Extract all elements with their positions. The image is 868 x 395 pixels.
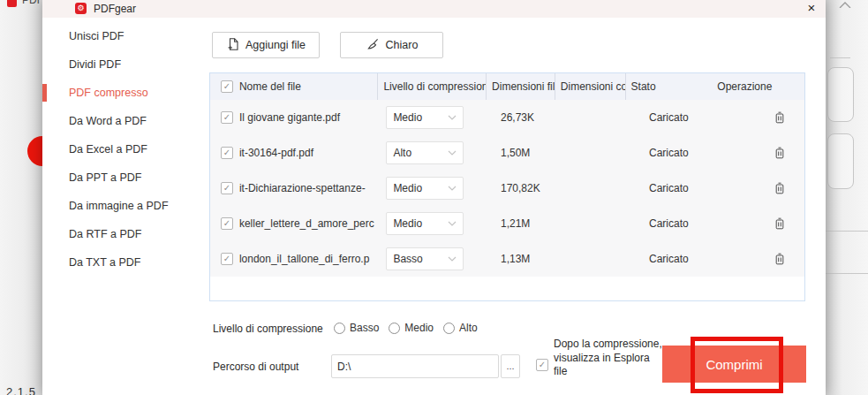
header-status: Stato <box>626 73 713 100</box>
compression-level-select[interactable]: Medio <box>386 212 464 235</box>
radio-label: Alto <box>459 322 478 334</box>
file-name: Il giovane gigante.pdf <box>234 100 378 135</box>
sidebar-item-label: Da TXT a PDF <box>69 256 141 269</box>
background-card <box>827 133 854 189</box>
selected-level: Alto <box>393 147 411 159</box>
chevron-down-icon <box>448 115 457 120</box>
close-icon[interactable]: × <box>800 0 823 18</box>
header-name: Nome del file <box>234 73 379 100</box>
background-divider <box>826 273 868 274</box>
file-name: it-30164-pdf.pdf <box>234 135 378 171</box>
file-table: ✓ Nome del file Livello di compressione … <box>209 72 805 301</box>
sidebar-item-label: Da RTF a PDF <box>69 228 141 240</box>
file-size: 1,13M <box>487 241 555 277</box>
table-header: ✓ Nome del file Livello di compressione … <box>210 73 804 100</box>
sidebar-item-label: PDF compresso <box>69 87 148 99</box>
record-circle-icon <box>27 136 42 166</box>
table-body: ✓ Il giovane gigante.pdf Medio 26,73K Ca… <box>210 100 804 277</box>
status-label: Caricato <box>626 241 713 277</box>
sidebar-item[interactable]: Da Word a PDF <box>42 107 203 135</box>
sidebar-item[interactable]: Da immagine a PDF <box>42 192 203 220</box>
header-size: Dimensioni file <box>487 73 555 100</box>
header-level: Livello di compressione <box>378 73 487 100</box>
sidebar-item[interactable]: Da PPT a PDF <box>42 163 203 192</box>
table-row: ✓ it-30164-pdf.pdf Alto 1,50M Caricato <box>210 135 804 171</box>
delete-icon[interactable] <box>774 110 786 125</box>
file-size: 1,21M <box>487 206 555 241</box>
file-name: it-Dichiarazione-spettanze- <box>234 171 378 206</box>
compressed-size <box>555 135 626 171</box>
clear-button[interactable]: Chiaro <box>340 32 443 58</box>
file-size: 26,73K <box>487 100 555 135</box>
background-card <box>827 67 854 122</box>
background-app-icon <box>7 0 17 7</box>
row-checkbox[interactable]: ✓ <box>221 253 233 265</box>
select-all-checkbox[interactable]: ✓ <box>221 80 233 93</box>
radio-circle-icon <box>443 323 455 334</box>
add-file-button[interactable]: Aggiungi file <box>212 32 320 58</box>
background-version-text: 2.1.5 <box>6 385 36 395</box>
active-indicator <box>42 84 47 102</box>
sidebar-item-label: Da immagine a PDF <box>69 200 169 212</box>
output-path-label: Percorso di output <box>213 361 298 373</box>
sidebar-item[interactable]: Dividi PDF <box>42 50 203 79</box>
compressed-size <box>555 241 626 277</box>
show-in-explorer-checkbox[interactable]: ✓ <box>536 359 548 371</box>
compression-level-select[interactable]: Alto <box>386 141 464 164</box>
sidebar-item[interactable]: Da RTF a PDF <box>42 220 203 248</box>
delete-icon[interactable] <box>774 252 786 266</box>
add-file-label: Aggiungi file <box>245 39 306 51</box>
broom-icon <box>366 37 380 54</box>
compressed-size <box>555 171 626 206</box>
sidebar-item-label: Da PPT a PDF <box>69 171 141 184</box>
file-size: 170,82K <box>487 171 555 206</box>
delete-icon[interactable] <box>774 146 786 160</box>
chevron-down-icon <box>448 221 457 226</box>
chevron-up-icon <box>838 0 852 11</box>
pdfgear-dialog: ⚙ PDFgear × Unisci PDFDividi PDFPDF comp… <box>42 0 826 395</box>
chevron-down-icon <box>448 150 457 156</box>
compress-button[interactable]: Comprimi <box>662 346 806 383</box>
sidebar-item[interactable]: Unisci PDF <box>42 22 203 50</box>
row-checkbox[interactable]: ✓ <box>221 182 233 194</box>
file-name: london_il_tallone_di_ferro.p <box>234 241 378 277</box>
sidebar-item-label: Dividi PDF <box>69 58 121 71</box>
chevron-down-icon <box>448 186 457 191</box>
header-compressed: Dimensioni compresse <box>555 73 626 100</box>
delete-icon[interactable] <box>774 181 786 195</box>
compression-level-select[interactable]: Medio <box>386 177 464 200</box>
sidebar-item-label: Da Excel a PDF <box>69 143 147 156</box>
selected-level: Medio <box>393 217 422 230</box>
table-row: ✓ london_il_tallone_di_ferro.p Basso 1,1… <box>210 241 804 277</box>
row-checkbox[interactable]: ✓ <box>221 147 233 159</box>
compression-radio-group: BassoMedioAlto <box>334 322 478 334</box>
sidebar-item-label: Da Word a PDF <box>69 115 147 127</box>
radio-circle-icon <box>334 323 345 334</box>
output-path-input[interactable] <box>331 354 499 378</box>
row-checkbox[interactable]: ✓ <box>221 217 233 230</box>
status-label: Caricato <box>626 171 713 206</box>
compression-radio-basso[interactable]: Basso <box>334 322 379 334</box>
compressed-size <box>555 206 626 241</box>
status-label: Caricato <box>626 206 713 241</box>
browse-button[interactable]: ... <box>501 354 520 378</box>
compressed-size <box>555 100 626 135</box>
status-label: Caricato <box>626 135 713 171</box>
compression-radio-alto[interactable]: Alto <box>443 322 478 334</box>
sidebar-item[interactable]: Da TXT a PDF <box>42 248 203 277</box>
sidebar-item[interactable]: PDF compresso <box>42 79 203 107</box>
sidebar-item[interactable]: Da Excel a PDF <box>42 135 203 163</box>
selected-level: Basso <box>393 253 422 265</box>
compression-level-select[interactable]: Basso <box>386 247 464 270</box>
selected-level: Medio <box>393 182 422 194</box>
compression-level-select[interactable]: Medio <box>386 106 464 129</box>
pdfgear-logo-icon: ⚙ <box>75 3 87 14</box>
sidebar-item-label: Unisci PDF <box>69 30 125 42</box>
header-operation: Operazione <box>712 73 804 100</box>
row-checkbox[interactable]: ✓ <box>221 111 233 124</box>
status-label: Caricato <box>626 100 713 135</box>
background-divider <box>826 231 868 232</box>
delete-icon[interactable] <box>774 216 786 231</box>
compression-radio-medio[interactable]: Medio <box>389 322 434 334</box>
background-app-title: PDF <box>22 0 42 6</box>
